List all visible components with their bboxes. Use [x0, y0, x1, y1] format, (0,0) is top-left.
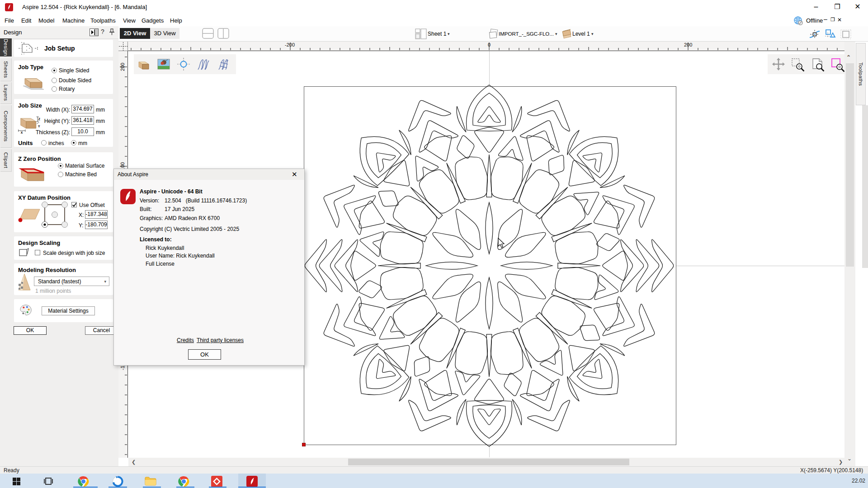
svg-text:-200: -200 [285, 42, 295, 47]
svg-text:Y: Y [38, 125, 40, 128]
svg-text:0: 0 [488, 42, 491, 47]
svg-text:Z: Z [38, 117, 40, 121]
svg-text:200: 200 [684, 42, 692, 47]
svg-text:X: X [21, 131, 23, 134]
svg-text:200: 200 [120, 63, 125, 71]
